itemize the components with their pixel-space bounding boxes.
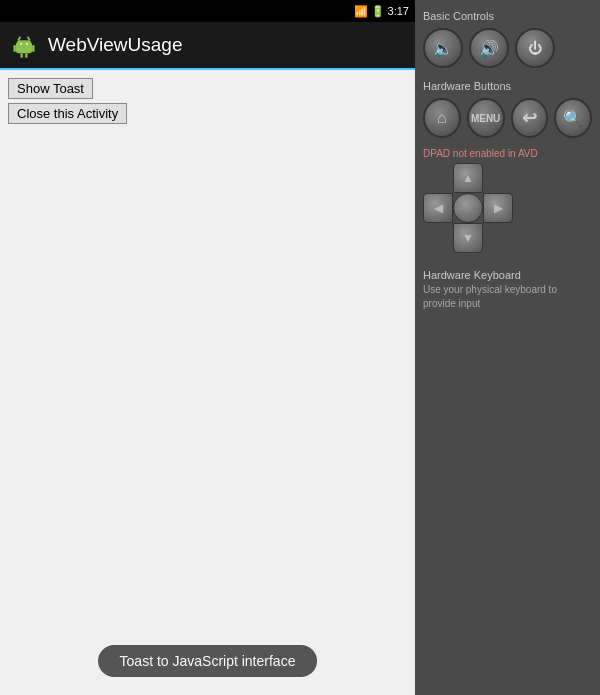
basic-controls: 🔈 🔊 ⏻ xyxy=(423,28,592,68)
dpad-down-icon: ▼ xyxy=(462,231,474,245)
dpad-title: DPAD xyxy=(423,148,450,159)
power-button[interactable]: ⏻ xyxy=(515,28,555,68)
volume-down-icon: 🔈 xyxy=(433,39,453,58)
volume-up-icon: 🔊 xyxy=(479,39,499,58)
dpad-sublabel: not enabled in AVD xyxy=(453,148,538,159)
svg-rect-5 xyxy=(25,53,27,58)
home-button[interactable]: ⌂ xyxy=(423,98,461,138)
back-button[interactable]: ↩ xyxy=(511,98,549,138)
menu-icon: MENU xyxy=(471,113,500,124)
dpad-container: ▲ ◀ ▶ ▼ xyxy=(423,163,513,253)
power-icon: ⏻ xyxy=(528,40,542,56)
search-button[interactable]: 🔍 xyxy=(554,98,592,138)
dpad-center-button[interactable] xyxy=(453,193,483,223)
back-icon: ↩ xyxy=(522,107,537,129)
dpad-up-button[interactable]: ▲ xyxy=(453,163,483,193)
toast-notification: Toast to JavaScript interface xyxy=(98,645,318,677)
status-icons: 📶 🔋 3:17 xyxy=(354,5,409,18)
status-time: 3:17 xyxy=(388,5,409,17)
dpad-left-icon: ◀ xyxy=(434,201,443,215)
show-toast-button[interactable]: Show Toast xyxy=(8,78,93,99)
battery-icon: 🔋 xyxy=(371,5,385,18)
svg-rect-4 xyxy=(21,53,23,58)
svg-line-6 xyxy=(18,37,20,41)
content-area: Show Toast Close this Activity Toast to … xyxy=(0,70,415,695)
android-screen: 📶 🔋 3:17 WebViewUsage Show Toast Close t… xyxy=(0,0,415,695)
home-icon: ⌂ xyxy=(437,109,447,127)
dpad-left-button[interactable]: ◀ xyxy=(423,193,453,223)
app-title: WebViewUsage xyxy=(48,34,182,56)
search-icon: 🔍 xyxy=(563,109,583,128)
hardware-keyboard-section: Hardware Keyboard Use your physical keyb… xyxy=(423,269,592,311)
dpad-section: DPAD not enabled in AVD ▲ ◀ ▶ ▼ xyxy=(423,148,592,253)
volume-up-button[interactable]: 🔊 xyxy=(469,28,509,68)
hardware-buttons-label: Hardware Buttons xyxy=(423,80,592,92)
svg-line-7 xyxy=(28,37,30,41)
close-activity-button[interactable]: Close this Activity xyxy=(8,103,127,124)
svg-point-8 xyxy=(20,43,22,45)
dpad-up-icon: ▲ xyxy=(462,171,474,185)
svg-point-9 xyxy=(26,43,28,45)
dpad-right-icon: ▶ xyxy=(494,201,503,215)
dpad-right-button[interactable]: ▶ xyxy=(483,193,513,223)
svg-rect-2 xyxy=(14,45,16,52)
volume-down-button[interactable]: 🔈 xyxy=(423,28,463,68)
hw-keyboard-label: Hardware Keyboard xyxy=(423,269,592,281)
svg-rect-3 xyxy=(32,45,34,52)
android-logo-icon xyxy=(10,31,38,59)
basic-controls-label: Basic Controls xyxy=(423,10,592,22)
toast-text: Toast to JavaScript interface xyxy=(120,653,296,669)
dpad-label: DPAD not enabled in AVD xyxy=(423,148,592,159)
right-panel: Basic Controls 🔈 🔊 ⏻ Hardware Buttons ⌂ … xyxy=(415,0,600,695)
hw-keyboard-text: Use your physical keyboard to provide in… xyxy=(423,283,592,311)
signal-icon: 📶 xyxy=(354,5,368,18)
status-bar: 📶 🔋 3:17 xyxy=(0,0,415,22)
dpad-down-button[interactable]: ▼ xyxy=(453,223,483,253)
title-bar: WebViewUsage xyxy=(0,22,415,70)
hardware-buttons: ⌂ MENU ↩ 🔍 xyxy=(423,98,592,138)
menu-button[interactable]: MENU xyxy=(467,98,505,138)
